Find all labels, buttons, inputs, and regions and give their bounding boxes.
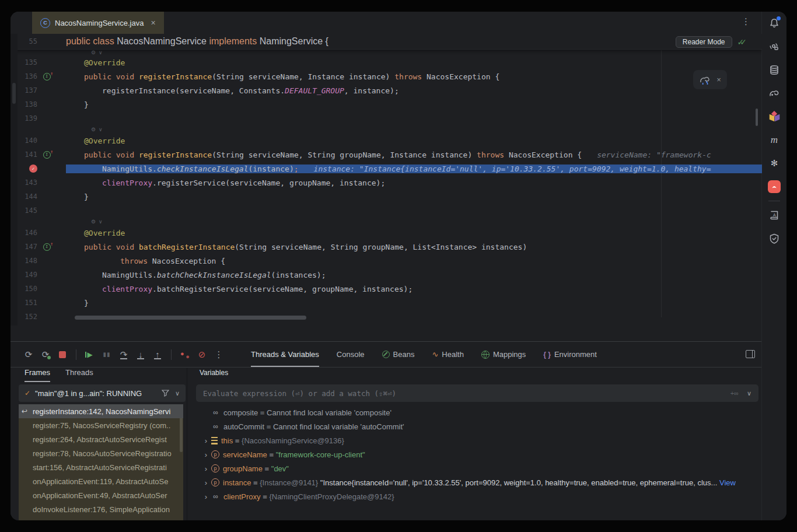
value-part: = (263, 464, 271, 473)
code-line: 148throws NacosException { (11, 254, 762, 268)
chevron-right-icon[interactable]: › (202, 492, 210, 501)
step-into-button[interactable] (135, 349, 146, 360)
filter-frames-icon[interactable] (162, 390, 169, 397)
thread-selector[interactable]: ✓ "main"@1 in g...ain": RUNNING ∨ (19, 384, 186, 402)
horizontal-scrollbar[interactable] (75, 316, 306, 320)
database-icon[interactable] (762, 58, 786, 82)
frame-text: register:264, AbstractAutoServiceRegist (33, 435, 167, 444)
chevron-right-icon[interactable]: › (202, 450, 210, 459)
gear-chevron-inlay-icon[interactable] (91, 50, 103, 55)
add-watch-icon[interactable]: +∞ (730, 390, 739, 397)
step-over-button[interactable] (118, 349, 129, 360)
notifications-bell-icon[interactable] (762, 12, 786, 35)
braces-icon (543, 351, 551, 359)
tab-nacosnamingservice[interactable]: C NacosNamingService.java × (32, 12, 164, 34)
variable-row[interactable]: ›this = {NacosNamingService@9136} (189, 433, 758, 447)
tab-mappings[interactable]: Mappings (481, 342, 526, 367)
dismiss-gradle-popup-icon[interactable]: × (716, 75, 721, 84)
mute-breakpoints-button[interactable] (197, 349, 207, 360)
variable-row[interactable]: autoCommit = Cannot find local variable … (189, 419, 758, 433)
gutter-icon-slot (41, 151, 53, 159)
method-inlay-row (11, 218, 762, 226)
rerun-button[interactable] (23, 349, 34, 360)
overrides-method-icon[interactable] (43, 151, 51, 159)
close-tab-icon[interactable]: × (151, 18, 155, 27)
code-lines: 135@Override136public void registerInsta… (11, 50, 762, 324)
layout-settings-icon[interactable] (746, 350, 755, 358)
stack-frame-row[interactable]: doInvokeListener:176, SimpleApplication (19, 502, 183, 516)
chevron-right-icon[interactable]: › (202, 436, 210, 445)
inspections-ok-icon[interactable]: ✓✓ (737, 37, 747, 47)
rerun-debug-button[interactable] (40, 349, 51, 360)
reader-mode-button[interactable]: Reader Mode (676, 36, 732, 48)
thread-dropdown-chevron-icon[interactable]: ∨ (175, 390, 180, 397)
value-part: "Instance{instanceId='null', ip='10.33.2… (318, 478, 719, 487)
gear-chevron-inlay-icon[interactable] (91, 127, 103, 132)
left-strip-thumb[interactable] (12, 83, 16, 104)
tab-health[interactable]: Health (432, 342, 463, 367)
sticky-gutter: 55 (11, 37, 57, 46)
more-options-button[interactable] (214, 349, 224, 360)
code-text: @Override (66, 229, 762, 237)
resume-button[interactable] (85, 349, 95, 360)
panel-divider[interactable] (187, 368, 187, 520)
return-arrow-icon: ↩ (22, 407, 27, 415)
value-part: {NamingClientProxyDelegate@9142} (269, 492, 394, 501)
tab-beans[interactable]: Beans (382, 342, 415, 367)
tab-threads[interactable]: Threads (65, 368, 93, 382)
code-line: 138} (11, 97, 762, 111)
plugin-cube-icon[interactable] (762, 105, 786, 128)
stop-button[interactable] (57, 349, 68, 360)
code-text: throws NacosException { (66, 257, 762, 265)
stack-frame-row[interactable]: register:75, NacosServiceRegistry (com.. (19, 418, 183, 432)
chevron-right-icon[interactable]: › (202, 464, 210, 473)
variable-row[interactable]: ›clientProxy = {NamingClientProxyDelegat… (189, 489, 758, 503)
value-part: = (233, 436, 242, 445)
vertical-scrollbar[interactable] (756, 108, 758, 126)
stack-frame-row[interactable]: register:78, NacosAutoServiceRegistratio (19, 446, 183, 460)
tab-console[interactable]: Console (337, 342, 365, 367)
stack-frame-row[interactable]: register:264, AbstractAutoServiceRegist (19, 432, 183, 446)
expand-watches-chevron-icon[interactable]: ∨ (747, 390, 751, 397)
frame-text: register:78, NacosAutoServiceRegistratio (33, 449, 172, 458)
step-out-button[interactable] (152, 349, 163, 360)
red-app-plugin-icon[interactable] (762, 175, 786, 198)
evaluate-expression-bar[interactable]: Evaluate expression (⏎) or add a watch (… (196, 384, 758, 402)
security-shield-icon[interactable] (762, 227, 786, 250)
breakpoint-icon[interactable] (29, 164, 37, 173)
stack-frame-row[interactable]: ↩registerInstance:142, NacosNamingServi (19, 404, 183, 418)
dictionary-icon[interactable]: A (762, 204, 786, 227)
watch-icon (211, 492, 220, 501)
stack-frame-row[interactable]: onApplicationEvent:119, AbstractAutoSe (19, 474, 183, 488)
stack-frame-row[interactable]: invokeListener:169, SimpleApplicationE (19, 516, 183, 520)
overrides-method-icon[interactable] (43, 73, 51, 80)
variable-row[interactable]: ›instance = {Instance@9141} "Instance{in… (189, 475, 758, 489)
endpoints-icon[interactable] (762, 35, 786, 58)
code-line: 144} (11, 190, 762, 204)
gradle-sync-icon[interactable] (699, 75, 711, 85)
code-line: 137registerInstance(serviceName, Constan… (11, 83, 762, 97)
overrides-method-icon[interactable] (43, 243, 51, 251)
pinwheel-plugin-icon[interactable]: ✻ (762, 152, 786, 175)
variable-row[interactable]: ›groupName = "dev" (189, 461, 758, 475)
view-link[interactable]: View (719, 478, 736, 487)
variable-row[interactable]: composite = Cannot find local variable '… (189, 405, 758, 419)
stack-frame-row[interactable]: onApplicationEvent:49, AbstractAutoSer (19, 488, 183, 502)
tab-environment[interactable]: Environment (543, 342, 597, 367)
stack-frame-row[interactable]: start:156, AbstractAutoServiceRegistrati (19, 460, 183, 474)
variable-row[interactable]: ›serviceName = "framework-core-up-client… (189, 447, 758, 461)
maven-icon[interactable]: m (762, 128, 786, 152)
pause-button[interactable] (102, 349, 112, 360)
tab-options-icon[interactable]: ⋮ (742, 16, 750, 27)
method-inlay-row (11, 125, 762, 134)
code-text: } (66, 100, 762, 109)
gradle-icon[interactable] (762, 82, 786, 105)
chevron-right-icon[interactable]: › (202, 478, 210, 487)
tab-frames[interactable]: Frames (25, 368, 50, 382)
value-part: = (251, 478, 260, 487)
view-breakpoints-button[interactable] (180, 349, 190, 360)
code-line: 146@Override (11, 226, 762, 240)
tab-threads-variables[interactable]: Threads & Variables (251, 342, 319, 367)
gear-chevron-inlay-icon[interactable] (91, 219, 103, 225)
frame-text: onApplicationEvent:119, AbstractAutoSe (33, 477, 168, 486)
